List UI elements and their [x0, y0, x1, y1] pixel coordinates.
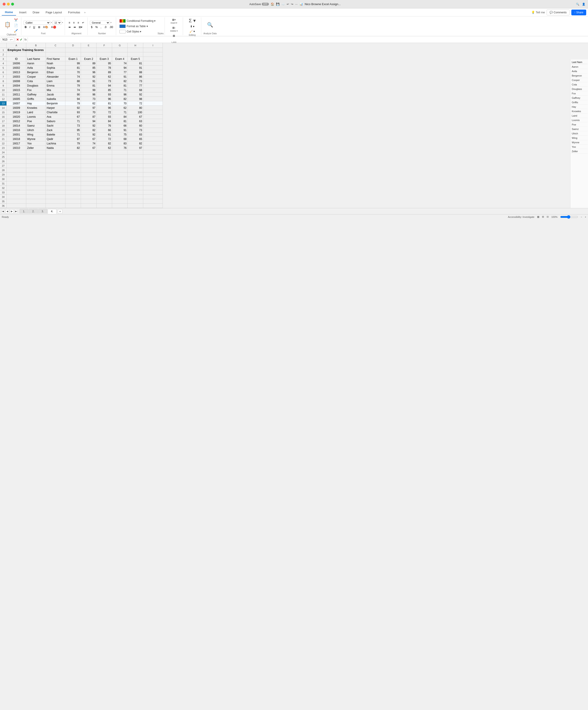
cell-D10[interactable]: 74	[65, 88, 81, 92]
row-header-29[interactable]: 29	[0, 172, 7, 177]
row-header-1[interactable]: 1	[0, 48, 7, 52]
cell-G9[interactable]: 81	[112, 84, 128, 88]
conditional-formatting-button[interactable]: Conditional Formatting ▾	[119, 19, 156, 23]
toggle-off-label[interactable]: OFF	[262, 3, 269, 5]
cell-A28[interactable]	[7, 168, 26, 172]
view-break-icon[interactable]: ⊟	[547, 215, 549, 218]
cell-G4[interactable]: 74	[112, 61, 128, 66]
tab-insert[interactable]: Insert	[16, 9, 30, 15]
cell-F3[interactable]: Exam 3	[97, 57, 112, 61]
cell-C25[interactable]	[46, 155, 65, 159]
cell-D27[interactable]	[65, 164, 81, 168]
confirm-formula-button[interactable]: ✓	[20, 38, 22, 41]
cell-F27[interactable]	[97, 164, 112, 168]
cell-E35[interactable]	[81, 199, 97, 204]
cell-C6[interactable]: Ethan	[46, 70, 65, 74]
clear-button[interactable]: 🧹 ▾	[189, 29, 196, 33]
cell-I4[interactable]	[143, 61, 163, 66]
sheet-tab-3[interactable]: 3.	[38, 209, 47, 214]
cell-A27[interactable]	[7, 164, 26, 168]
cell-B8[interactable]: Cota	[26, 79, 46, 84]
ribbon-more-tabs[interactable]: »	[84, 11, 85, 14]
cell-I19[interactable]	[143, 128, 163, 133]
cell-E19[interactable]: 82	[81, 128, 97, 133]
cell-B4[interactable]: Aaron	[26, 61, 46, 66]
cell-I30[interactable]	[143, 177, 163, 181]
cell-D15[interactable]: 93	[65, 110, 81, 115]
cell-G33[interactable]	[112, 190, 128, 195]
cell-F4[interactable]: 95	[97, 61, 112, 66]
formula-input[interactable]	[29, 38, 587, 42]
cell-I28[interactable]	[143, 168, 163, 172]
cell-I12[interactable]	[143, 97, 163, 101]
cell-I33[interactable]	[143, 190, 163, 195]
comments-button[interactable]: 💬 Comments	[547, 9, 569, 15]
cell-E15[interactable]: 70	[81, 110, 97, 115]
cell-C27[interactable]	[46, 164, 65, 168]
cell-D1[interactable]	[65, 48, 81, 52]
cell-F21[interactable]: 72	[97, 137, 112, 141]
cell-H33[interactable]	[128, 190, 143, 195]
cell-C15[interactable]: Charlotte	[46, 110, 65, 115]
cell-I22[interactable]	[143, 141, 163, 146]
cell-I21[interactable]	[143, 137, 163, 141]
cell-B19[interactable]: Ulrich	[26, 128, 46, 133]
cell-I16[interactable]	[143, 115, 163, 119]
cell-B27[interactable]	[26, 164, 46, 168]
row-header-8[interactable]: 8	[0, 79, 7, 84]
cell-D26[interactable]	[65, 159, 81, 164]
cell-F30[interactable]	[97, 177, 112, 181]
cell-F8[interactable]: 73	[97, 79, 112, 84]
cell-A12[interactable]: 16005	[7, 97, 26, 101]
decrease-decimal-button[interactable]: .0	[103, 25, 108, 29]
cell-F22[interactable]: 82	[97, 141, 112, 146]
tab-nav-next[interactable]: ▶	[10, 209, 14, 213]
cell-D13[interactable]: 79	[65, 101, 81, 106]
cell-D24[interactable]	[65, 150, 81, 155]
cell-B35[interactable]	[26, 199, 46, 204]
fill-color-button[interactable]: A🎨	[42, 25, 49, 29]
cell-A10[interactable]: 16015	[7, 88, 26, 92]
cell-I17[interactable]	[143, 119, 163, 123]
cell-A1[interactable]: Employee Training Scores	[7, 48, 26, 52]
cell-E12[interactable]: 73	[81, 97, 97, 101]
cell-C18[interactable]: Sachi	[46, 123, 65, 128]
cell-C23[interactable]: Naida	[46, 146, 65, 150]
cell-F6[interactable]: 89	[97, 70, 112, 74]
cell-G14[interactable]: 62	[112, 106, 128, 110]
cell-H22[interactable]: 82	[128, 141, 143, 146]
tab-home[interactable]: Home	[2, 9, 16, 16]
col-header-H[interactable]: H	[128, 43, 143, 48]
cell-D2[interactable]	[65, 52, 81, 57]
indent-decrease-button[interactable]: ⬅	[67, 25, 72, 29]
cell-A7[interactable]: 16003	[7, 74, 26, 79]
cell-B17[interactable]: Poe	[26, 119, 46, 123]
cell-D12[interactable]: 94	[65, 97, 81, 101]
cell-D32[interactable]	[65, 186, 81, 190]
cell-D3[interactable]: Exam 1	[65, 57, 81, 61]
cell-A6[interactable]: 16013	[7, 70, 26, 74]
cell-D7[interactable]: 74	[65, 74, 81, 79]
cell-C31[interactable]	[46, 181, 65, 186]
row-header-16[interactable]: 16	[0, 115, 7, 119]
cell-A3[interactable]: ID	[7, 57, 26, 61]
cell-D25[interactable]	[65, 155, 81, 159]
cell-H19[interactable]: 73	[128, 128, 143, 133]
row-header-25[interactable]: 25	[0, 155, 7, 159]
cell-I14[interactable]	[143, 106, 163, 110]
copy-button[interactable]: 📄	[12, 23, 19, 28]
cell-I27[interactable]	[143, 164, 163, 168]
tab-formulas[interactable]: Formulas	[65, 9, 83, 15]
cell-F24[interactable]	[97, 150, 112, 155]
cell-H28[interactable]	[128, 168, 143, 172]
cell-H10[interactable]: 68	[128, 88, 143, 92]
cell-A9[interactable]: 16004	[7, 84, 26, 88]
cell-D35[interactable]	[65, 199, 81, 204]
cell-reference-box[interactable]: N13 ▲▼	[1, 38, 14, 42]
cell-F2[interactable]	[97, 52, 112, 57]
cell-B3[interactable]: Last Name	[26, 57, 46, 61]
cell-G5[interactable]: 94	[112, 66, 128, 70]
comma-button[interactable]: ,	[99, 25, 102, 29]
cell-H36[interactable]	[128, 204, 143, 208]
cell-E8[interactable]: 91	[81, 79, 97, 84]
